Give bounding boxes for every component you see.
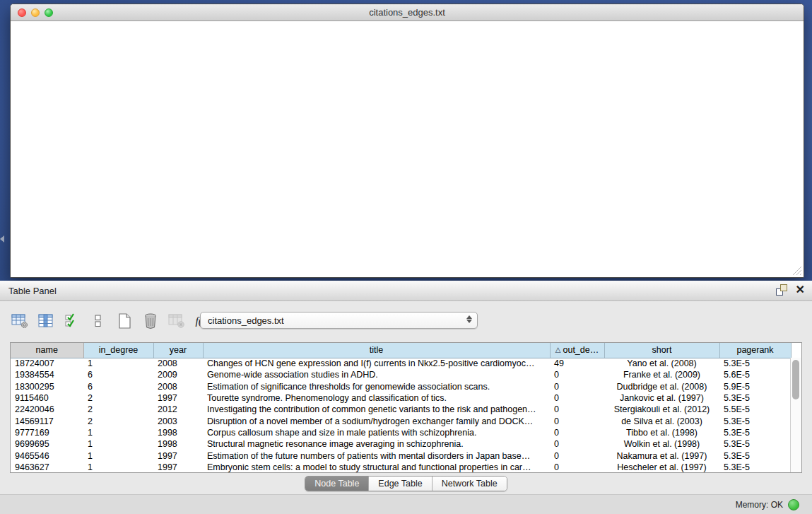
table-cell[interactable]: Jankovic et al. (1997) [604,392,719,404]
table-cell[interactable]: 2012 [153,404,203,415]
column-header-title[interactable]: title [203,343,550,358]
table-scrollbar-thumb[interactable] [792,360,799,399]
table-cell[interactable]: Franke et al. (2009) [604,369,719,380]
table-cell[interactable]: 19384554 [11,369,83,380]
network-canvas[interactable] [11,21,804,277]
table-cell[interactable]: Nakamura et al. (1997) [604,450,719,461]
table-scrollbar[interactable] [790,358,801,472]
column-header-out_de[interactable]: △out_de… [550,343,604,358]
table-cell[interactable]: Changes of HCN gene expression and I(f) … [203,358,550,369]
resize-grip-icon[interactable] [791,264,802,276]
table-cell[interactable]: 0 [550,415,604,426]
table-row[interactable]: 1872400712008Changes of HCN gene express… [11,358,791,369]
network-window-titlebar[interactable]: citations_edges.txt [11,4,804,21]
table-cell[interactable]: 5.9E-5 [719,381,791,392]
table-cell[interactable]: 6 [83,369,153,380]
table-cell[interactable]: 0 [550,462,604,473]
table-cell[interactable]: 0 [550,381,604,392]
table-cell[interactable]: Corpus callosum shape and size in male p… [203,427,550,438]
table-cell[interactable]: 1 [83,462,153,473]
network-view-window[interactable]: citations_edges.txt [10,4,804,278]
table-cell[interactable]: 5.3E-5 [719,415,791,426]
table-cell[interactable]: de Silva et al. (2003) [604,415,719,426]
table-cell[interactable]: 9463627 [11,462,83,473]
table-cell[interactable]: 5.3E-5 [719,427,791,438]
table-cell[interactable]: 2008 [153,381,203,392]
table-row[interactable]: 977716911998Corpus callosum shape and si… [11,427,791,438]
table-cell[interactable]: 1997 [153,450,203,461]
table-cell[interactable]: Dudbridge et al. (2008) [604,381,719,392]
table-cell[interactable]: 2009 [153,369,203,380]
table-cell[interactable]: Yano et al. (2008) [604,358,719,369]
table-cell[interactable]: 2 [83,415,153,426]
column-header-pagerank[interactable]: pagerank [719,343,791,358]
table-row[interactable]: 1456911722003Disruption of a novel membe… [11,415,791,426]
table-cell[interactable]: 1997 [153,392,203,404]
table-cell[interactable]: 1997 [153,462,203,473]
table-cell[interactable]: 5.3E-5 [719,358,791,369]
table-cell[interactable]: 5.5E-5 [719,404,791,415]
table-cell[interactable]: 1 [83,450,153,461]
table-cell[interactable]: 2 [83,392,153,404]
table-row[interactable]: 1938455462009Genome-wide association stu… [11,369,791,380]
tab-edge-table[interactable]: Edge Table [369,477,432,491]
table-cell[interactable]: 2008 [153,358,203,369]
table-row[interactable]: 946362711997Embryonic stem cells: a mode… [11,462,791,473]
memory-ok-icon[interactable] [788,499,799,510]
table-cell[interactable]: 22420046 [11,404,83,415]
column-header-year[interactable]: year [153,343,203,358]
table-row[interactable]: 1830029562008Estimation of significance … [11,381,791,392]
table-cell[interactable]: 5.3E-5 [719,450,791,461]
table-cell[interactable]: Estimation of the future numbers of pati… [203,450,550,461]
select-all-icon[interactable] [62,311,82,331]
table-cell[interactable]: Tibbo et al. (1998) [604,427,719,438]
table-cell[interactable]: Wolkin et al. (1998) [604,438,719,450]
table-cell[interactable]: Disruption of a novel member of a sodium… [203,415,550,426]
network-table-selector[interactable]: citations_edges.txt [200,312,478,329]
table-cell[interactable]: 0 [550,438,604,450]
table-cell[interactable]: Structural magnetic resonance image aver… [203,438,550,450]
table-cell[interactable]: 1998 [153,427,203,438]
table-cell[interactable]: Hescheler et al. (1997) [604,462,719,473]
table-cell[interactable]: Estimation of significance thresholds fo… [203,381,550,392]
column-header-short[interactable]: short [604,343,719,358]
table-cell[interactable]: Tourette syndrome. Phenomenology and cla… [203,392,550,404]
close-panel-icon[interactable]: ✕ [796,284,805,296]
table-cell[interactable]: 2003 [153,415,203,426]
table-row[interactable]: 2242004622012Investigating the contribut… [11,404,791,415]
collapse-handle-icon[interactable] [0,235,4,243]
table-cell[interactable]: 14569117 [11,415,83,426]
node-table-grid[interactable]: namein_degreeyeartitle△out_de…shortpager… [11,343,792,473]
table-cell[interactable]: 9465546 [11,450,83,461]
column-header-name[interactable]: name [11,343,83,358]
column-header-in_degree[interactable]: in_degree [83,343,153,358]
table-cell[interactable]: 9699695 [11,438,83,450]
table-cell[interactable]: 5.6E-5 [719,369,791,380]
table-cell[interactable]: 18300295 [11,381,83,392]
table-cell[interactable]: 9777169 [11,427,83,438]
delete-columns-icon[interactable] [141,311,160,331]
table-panel-titlebar[interactable]: Table Panel ✕ [0,281,812,301]
table-cell[interactable]: 9115460 [11,392,83,404]
table-cell[interactable]: 49 [550,358,604,369]
table-cell[interactable]: 6 [83,381,153,392]
table-cell[interactable]: 1 [83,358,153,369]
table-settings-icon[interactable] [10,311,30,331]
table-cell[interactable]: 18724007 [11,358,83,369]
table-row[interactable]: 946554611997Estimation of the future num… [11,450,791,461]
table-cell[interactable]: 5.3E-5 [719,392,791,404]
table-cell[interactable]: 0 [550,450,604,461]
table-cell[interactable]: 1 [83,427,153,438]
tab-node-table[interactable]: Node Table [305,477,369,491]
table-cell[interactable]: 1998 [153,438,203,450]
table-cell[interactable]: 5.3E-5 [719,438,791,450]
unselect-all-icon[interactable] [88,311,108,331]
table-cell[interactable]: 0 [550,404,604,415]
table-row[interactable]: 911546021997Tourette syndrome. Phenomeno… [11,392,791,404]
table-cell[interactable]: 0 [550,427,604,438]
show-columns-icon[interactable] [36,311,56,331]
table-cell[interactable]: Stergiakouli et al. (2012) [604,404,719,415]
table-row[interactable]: 969969511998Structural magnetic resonanc… [11,438,791,450]
table-cell[interactable]: Embryonic stem cells: a model to study s… [203,462,550,473]
table-cell[interactable]: 0 [550,392,604,404]
